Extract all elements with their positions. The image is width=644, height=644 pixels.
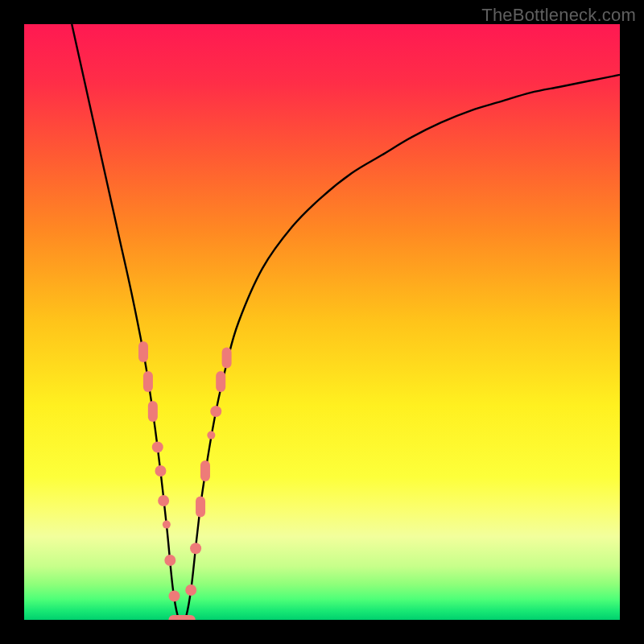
marker-layer [138,341,232,620]
data-marker [158,495,169,506]
curve-layer [24,24,620,620]
data-marker [164,555,175,566]
data-marker [196,496,205,517]
data-marker [138,341,148,362]
data-marker [155,465,166,477]
data-marker [148,401,158,422]
plot-area [24,24,620,620]
data-marker [200,460,210,481]
data-marker [143,371,153,392]
data-marker [210,406,221,417]
watermark-text: TheBottleneck.com [481,5,636,26]
data-marker [175,615,196,620]
data-marker [222,347,232,368]
bottleneck-curve [72,24,620,620]
data-marker [185,584,196,596]
data-marker [190,543,201,554]
data-marker [163,521,171,529]
chart-frame: TheBottleneck.com [0,0,644,644]
data-marker [207,431,215,440]
data-marker [216,371,225,392]
data-marker [168,590,180,601]
data-marker [152,441,163,452]
